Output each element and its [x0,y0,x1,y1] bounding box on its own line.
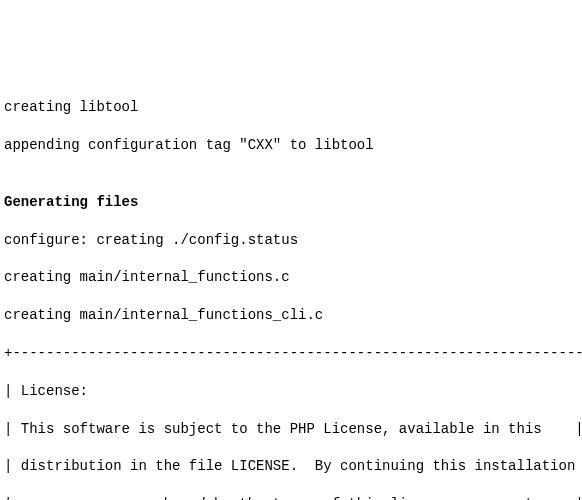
license-border: +---------------------------------------… [4,344,578,363]
output-line: creating libtool [4,98,578,117]
license-line: | This software is subject to the PHP Li… [4,420,578,439]
license-line: | License: | [4,382,578,401]
output-line: appending configuration tag "CXX" to lib… [4,136,578,155]
section-heading: Generating files [4,193,578,212]
license-line: | process, you are bound by the terms of… [4,495,578,500]
output-line: creating main/internal_functions.c [4,268,578,287]
output-line: configure: creating ./config.status [4,231,578,250]
output-line: creating main/internal_functions_cli.c [4,306,578,325]
license-line: | distribution in the file LICENSE. By c… [4,457,578,476]
terminal-output: creating libtool appending configuration… [4,80,578,500]
